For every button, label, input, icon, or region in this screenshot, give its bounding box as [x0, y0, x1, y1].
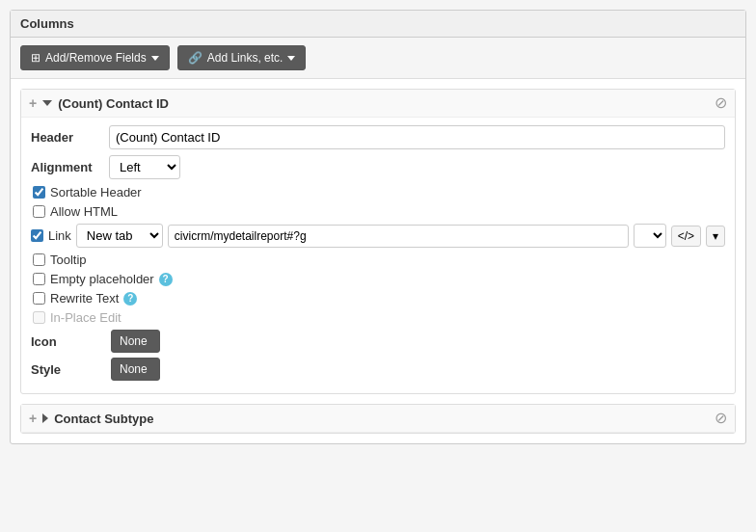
- link-row: Link New tab Same tab </> ▾: [31, 224, 725, 248]
- grid-icon: ⊞: [31, 51, 40, 65]
- empty-placeholder-help-icon[interactable]: ?: [159, 273, 173, 286]
- allow-html-checkbox[interactable]: [33, 205, 45, 218]
- rewrite-text-label: Rewrite Text: [50, 291, 119, 306]
- empty-placeholder-label: Empty placeholder: [50, 272, 154, 286]
- field-block-2-title: Contact Subtype: [54, 412, 153, 426]
- link-label: Link: [48, 228, 71, 243]
- allow-html-label: Allow HTML: [50, 204, 118, 219]
- field-block-2-header: + Contact Subtype ⊘: [21, 405, 735, 433]
- tooltip-row: Tooltip: [31, 253, 725, 267]
- tooltip-checkbox[interactable]: [33, 253, 45, 266]
- drag-handle-2-icon[interactable]: +: [29, 411, 37, 426]
- link-extra-button[interactable]: ▾: [706, 226, 725, 247]
- icon-dropdown-button[interactable]: None: [111, 330, 160, 353]
- columns-header: Columns: [11, 11, 745, 38]
- page-wrapper: Columns ⊞ Add/Remove Fields 🔗 Add Links,…: [0, 0, 756, 454]
- sortable-header-label: Sortable Header: [50, 185, 142, 200]
- field-block-1: + (Count) Contact ID ⊘ Header Alignment …: [20, 89, 736, 394]
- field-block-1-title-group: + (Count) Contact ID: [29, 95, 169, 111]
- in-place-edit-checkbox[interactable]: [33, 311, 45, 324]
- link-extra-caret-icon: ▾: [713, 229, 718, 243]
- link-icon: 🔗: [188, 51, 202, 65]
- icon-label: Icon: [31, 334, 103, 349]
- alignment-row: Alignment Left Center Right: [31, 155, 725, 179]
- toolbar: ⊞ Add/Remove Fields 🔗 Add Links, etc.: [11, 38, 745, 79]
- sortable-header-checkbox[interactable]: [33, 186, 45, 199]
- icon-row: Icon None: [31, 330, 725, 353]
- icon-value: None: [120, 334, 148, 348]
- remove-field-2-button[interactable]: ⊘: [715, 411, 727, 426]
- style-label: Style: [31, 362, 103, 377]
- header-row: Header: [31, 125, 725, 149]
- in-place-edit-row: In-Place Edit: [31, 310, 725, 325]
- sortable-header-row: Sortable Header: [31, 185, 725, 200]
- add-links-label: Add Links, etc.: [207, 51, 284, 65]
- columns-section: Columns ⊞ Add/Remove Fields 🔗 Add Links,…: [10, 10, 746, 444]
- link-checkbox[interactable]: [31, 229, 43, 242]
- link-url-input[interactable]: [168, 225, 629, 248]
- allow-html-row: Allow HTML: [31, 204, 725, 219]
- add-links-caret-icon: [287, 56, 295, 61]
- header-input[interactable]: [109, 125, 725, 149]
- rewrite-text-checkbox[interactable]: [33, 292, 45, 305]
- add-fields-caret-icon: [151, 56, 159, 61]
- add-fields-button[interactable]: ⊞ Add/Remove Fields: [20, 45, 170, 70]
- link-type-select[interactable]: New tab Same tab: [76, 224, 163, 248]
- code-icon: </>: [678, 229, 694, 243]
- link-url-token-select[interactable]: [634, 224, 666, 248]
- alignment-label: Alignment: [31, 160, 103, 174]
- field-block-2: + Contact Subtype ⊘: [20, 404, 736, 434]
- tooltip-label: Tooltip: [50, 253, 87, 267]
- style-dropdown-button[interactable]: None: [111, 358, 160, 381]
- remove-field-1-button[interactable]: ⊘: [715, 95, 727, 111]
- drag-handle-icon[interactable]: +: [29, 95, 37, 111]
- rewrite-text-row: Rewrite Text ?: [31, 291, 725, 306]
- rewrite-text-help-icon[interactable]: ?: [123, 292, 137, 306]
- link-code-button[interactable]: </>: [671, 226, 701, 247]
- header-label: Header: [31, 130, 103, 145]
- style-value: None: [120, 362, 148, 376]
- columns-title: Columns: [20, 16, 74, 31]
- collapse-icon[interactable]: [42, 100, 52, 106]
- in-place-edit-label: In-Place Edit: [50, 310, 122, 325]
- field-block-1-header: + (Count) Contact ID ⊘: [21, 90, 735, 118]
- field-block-1-title: (Count) Contact ID: [58, 96, 169, 111]
- alignment-select[interactable]: Left Center Right: [109, 155, 180, 179]
- style-row: Style None: [31, 358, 725, 381]
- empty-placeholder-checkbox[interactable]: [33, 273, 45, 285]
- field-block-2-title-group: + Contact Subtype: [29, 411, 153, 426]
- field-block-1-body: Header Alignment Left Center Right Sorta…: [21, 118, 735, 393]
- add-links-button[interactable]: 🔗 Add Links, etc.: [177, 45, 307, 70]
- add-fields-label: Add/Remove Fields: [45, 51, 147, 65]
- empty-placeholder-row: Empty placeholder ?: [31, 272, 725, 286]
- expand-icon[interactable]: [42, 413, 48, 423]
